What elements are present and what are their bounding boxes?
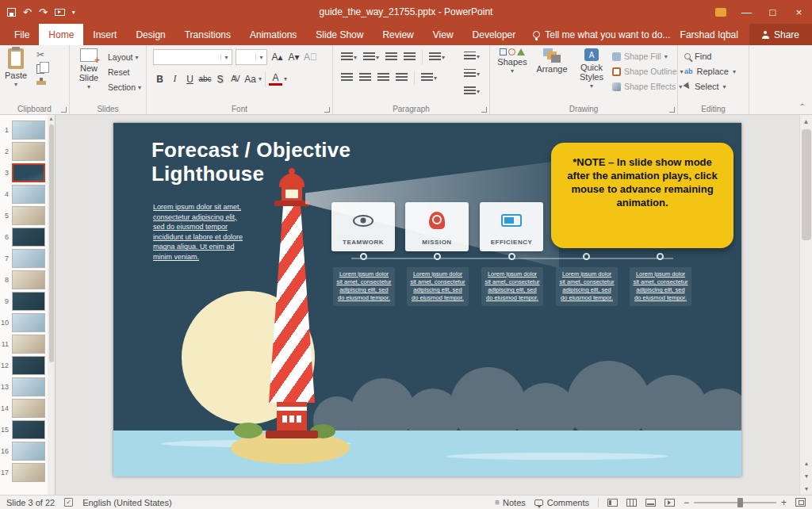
font-color-icon[interactable]: A [269,73,282,86]
align-left-icon[interactable] [339,71,354,84]
slide-thumbnail-1[interactable]: 1 [0,119,48,140]
user-name[interactable]: Farshad Iqbal [680,29,738,40]
thumbnail-image[interactable] [12,313,45,332]
slide-thumbnail-9[interactable]: 9 [0,290,48,312]
restore-button[interactable]: □ [760,0,786,24]
decrease-indent-icon[interactable] [384,51,399,63]
card-efficiency[interactable]: EFFICIENCY [480,202,543,251]
scroll-down-icon[interactable]: ▼ [800,482,812,495]
thumbnail-image[interactable] [12,206,45,225]
slide-thumbnail-14[interactable]: 14 [0,397,48,419]
slide-sorter-view-icon[interactable] [626,499,637,507]
decrease-font-size-icon[interactable]: A▾ [287,50,301,65]
paragraph-dialog-launcher[interactable] [481,107,487,113]
slide-thumbnail-5[interactable]: 5 [0,205,48,226]
slide-thumbnail-7[interactable]: 7 [0,247,48,269]
thumbnail-image[interactable] [12,356,45,375]
slide-thumbnail-13[interactable]: 13 [0,376,48,397]
slideshow-view-icon[interactable] [665,499,675,507]
scroll-up-icon[interactable]: ▲ [48,115,55,123]
tab-file[interactable]: File [5,24,39,45]
font-dialog-launcher[interactable] [324,107,330,113]
character-spacing-icon[interactable]: AV [228,71,242,86]
thumbnail-image[interactable] [12,442,45,461]
font-color-icon-dropdown[interactable]: ▾ [284,75,287,82]
scrollbar-thumb[interactable] [802,129,811,240]
slide-thumbnail-2[interactable]: 2 [0,140,48,162]
tab-home[interactable]: Home [39,24,83,45]
font-size-combobox[interactable]: ▾ [236,49,267,65]
slide-body-text[interactable]: Lorem ipsum dolor sit amet, consectetur … [153,202,247,262]
comments-button[interactable]: Comments [534,498,589,507]
select-button[interactable]: Select▾ [684,82,736,91]
font-size-dropdown-icon[interactable]: ▾ [255,54,266,61]
tell-me-box[interactable]: Tell me what you want to do... [533,24,670,45]
tab-slide-show[interactable]: Slide Show [306,24,373,45]
strikethrough-icon[interactable]: abc [198,71,212,86]
slide-thumbnail-4[interactable]: 4 [0,183,48,205]
thumbnail-image[interactable] [12,142,45,161]
slide-thumbnail-11[interactable]: 11 [0,333,48,354]
thumbnail-image[interactable] [12,335,45,354]
slide-thumbnail-6[interactable]: 6 [0,226,48,247]
zoom-in-icon[interactable]: + [781,498,787,507]
slide-thumbnail-8[interactable]: 8 [0,269,48,290]
start-slideshow-icon[interactable] [55,9,65,16]
tab-design[interactable]: Design [126,24,174,45]
paste-dropdown-icon[interactable]: ▾ [14,82,17,89]
slide-thumbnail-16[interactable]: 16 [0,440,48,461]
thumbnail-image[interactable] [12,249,45,268]
column-text-5[interactable]: Lorem ipsum dolor sit amet, consectetur … [630,267,691,306]
normal-view-icon[interactable] [607,499,618,507]
quick-styles-button[interactable]: A Quick Styles ▾ [574,48,609,90]
bullets-icon[interactable]: ▾ [339,51,358,63]
thumbnail-image[interactable] [12,185,45,204]
share-button[interactable]: Share [749,24,812,45]
thumbnail-image[interactable] [12,121,45,140]
undo-icon[interactable]: ↶ [23,7,32,17]
close-button[interactable]: × [786,0,812,24]
slide-title[interactable]: Forecast / Objective Lighthouse [151,139,405,186]
shape-outline-button[interactable]: Shape Outline▾ [612,67,684,76]
slide-thumbnail-10[interactable]: 10 [0,312,48,333]
align-right-icon[interactable] [376,71,391,84]
columns-icon[interactable]: ▾ [419,71,439,84]
slide-thumbnail-15[interactable]: 15 [0,419,48,440]
collapse-ribbon-icon[interactable]: ⌃ [799,102,806,111]
clipboard-dialog-launcher[interactable] [61,107,67,113]
numbering-icon[interactable]: ▾ [362,51,381,63]
tab-animations[interactable]: Animations [240,24,306,45]
zoom-slider[interactable] [694,502,776,503]
convert-smartart-icon[interactable]: ▾ [462,85,481,98]
proofing-icon[interactable]: ✓ [64,498,73,507]
slide-canvas[interactable]: Forecast / Objective Lighthouse Lorem ip… [113,123,741,476]
align-center-icon[interactable] [358,71,373,84]
notes-button[interactable]: ≡Notes [495,498,526,507]
notification-icon[interactable] [707,0,733,24]
replace-button[interactable]: abReplace▾ [684,67,736,76]
thumbnail-image[interactable] [12,292,45,311]
font-name-combobox[interactable]: ▾ [153,49,232,65]
thumbnail-panel-scrollbar[interactable]: ▲ [48,115,55,495]
cut-icon[interactable]: ✂ [36,50,46,59]
thumbnail-image[interactable] [12,228,45,247]
line-spacing-icon[interactable]: ▾ [427,51,446,63]
paste-button[interactable]: Paste ▾ [5,48,27,89]
bold-icon[interactable]: B [153,71,167,86]
scroll-up-icon[interactable]: ▲ [800,115,812,128]
new-slide-dropdown-icon[interactable]: ▾ [87,84,90,91]
scrollbar-thumb[interactable] [49,124,54,362]
align-text-icon[interactable]: ▾ [462,67,481,80]
drawing-dialog-launcher[interactable] [669,107,675,113]
redo-icon[interactable]: ↷ [39,7,48,17]
note-callout[interactable]: *NOTE – In slide show mode after the ani… [551,143,733,248]
card-teamwork[interactable]: TEAMWORK [331,202,395,251]
slide-thumbnail-17[interactable]: 17 [0,461,48,483]
increase-font-size-icon[interactable]: A▴ [270,50,284,65]
format-painter-icon[interactable] [36,81,46,85]
new-slide-button[interactable]: New Slide ▾ [71,48,106,91]
tab-view[interactable]: View [423,24,463,45]
thumbnail-image[interactable] [12,163,45,182]
save-icon[interactable] [7,8,16,17]
previous-slide-button[interactable]: ▲ [800,457,812,469]
